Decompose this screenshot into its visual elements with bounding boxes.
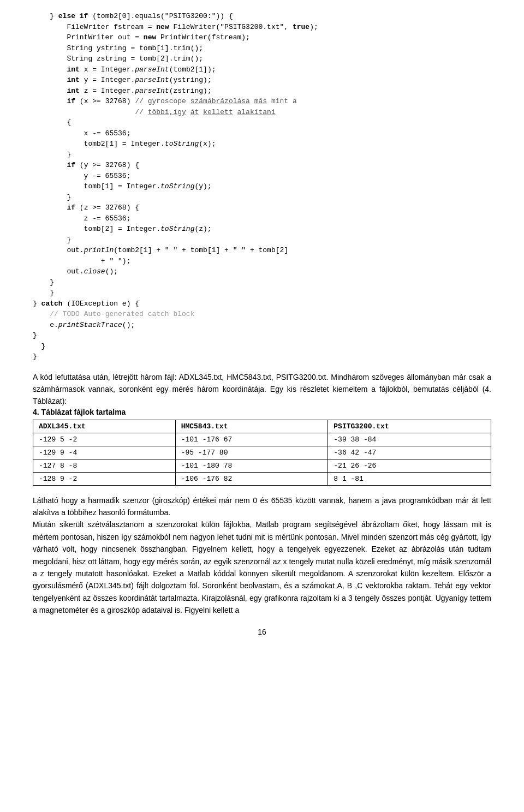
paragraph1: A kód lefuttatása után, létrejött három … [33,371,491,408]
paragraph3: Miután sikerült szétválasztanom a szenzo… [33,518,491,616]
table-row: -129 9 -4 -95 -177 80 -36 42 -47 [33,446,491,459]
table-row: -127 8 -8 -101 -180 78 -21 26 -26 [33,459,491,472]
code-line-1: } else if (tomb2[0].equals("PSITG3200:")… [33,12,233,20]
cell-psitg-3: -21 26 -26 [328,459,491,472]
col-header-adxl: ADXL345.txt [33,420,176,433]
table-header-row: ADXL345.txt HMC5843.txt PSITG3200.txt [33,420,491,433]
col-header-psitg: PSITG3200.txt [328,420,491,433]
cell-psitg-4: 8 1 -81 [328,472,491,485]
paragraph3-section: Miután sikerült szétválasztanom a szenzo… [33,518,491,616]
col-header-hmc: HMC5843.txt [175,420,328,433]
table-caption-text: Táblázat fájlok tartalma [41,408,126,416]
cell-psitg-2: -36 42 -47 [328,446,491,459]
cell-adxl-3: -127 8 -8 [33,459,176,472]
cell-hmc-3: -101 -180 78 [175,459,328,472]
page-number: 16 [33,628,491,636]
code-content: } else if (tomb2[0].equals("PSITG3200:")… [33,11,491,362]
paragraph1-section: A kód lefuttatása után, létrejött három … [33,371,491,408]
cell-hmc-1: -101 -176 67 [175,433,328,446]
table-row: -128 9 -2 -106 -176 82 8 1 -81 [33,472,491,485]
table-section: 4. Táblázat fájlok tartalma ADXL345.txt … [33,408,491,486]
cell-adxl-2: -129 9 -4 [33,446,176,459]
cell-adxl-1: -129 5 -2 [33,433,176,446]
cell-hmc-4: -106 -176 82 [175,472,328,485]
cell-psitg-1: -39 38 -84 [328,433,491,446]
table-caption-number: 4. [33,408,39,416]
cell-adxl-4: -128 9 -2 [33,472,176,485]
table-caption: 4. Táblázat fájlok tartalma [33,408,491,416]
data-table: ADXL345.txt HMC5843.txt PSITG3200.txt -1… [33,420,491,486]
paragraph2: Látható hogy a harmadik szenzor (giroszk… [33,494,491,519]
cell-hmc-2: -95 -177 80 [175,446,328,459]
table-row: -129 5 -2 -101 -176 67 -39 38 -84 [33,433,491,446]
paragraph2-section: Látható hogy a harmadik szenzor (giroszk… [33,494,491,519]
code-section: } else if (tomb2[0].equals("PSITG3200:")… [33,11,491,362]
